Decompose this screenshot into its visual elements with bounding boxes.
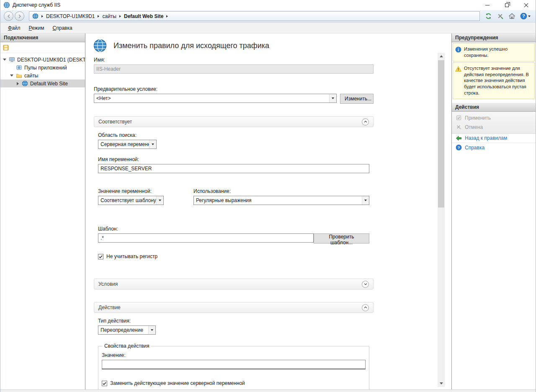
expander-collapse-icon[interactable] [10,74,14,77]
connections-toolbar [0,42,85,53]
section-conditions-header[interactable]: Условия [94,279,374,290]
stop-icon[interactable] [497,13,504,20]
menu-file[interactable]: Файл [4,24,25,32]
replace-value-checkbox[interactable] [102,381,107,386]
menu-view[interactable]: Режим [25,24,49,32]
back-to-rules-link[interactable]: Назад к правилам [452,134,536,143]
tree-item-label: Пулы приложений [24,65,67,71]
forward-button[interactable] [15,11,24,21]
collapse-up-icon[interactable] [362,304,369,311]
usage-value: Регулярные выражения [194,196,362,205]
breadcrumb[interactable]: DESKTOP-U1MK9D1 сайты Default Web Site [29,11,480,21]
page-header: Изменить правило для исходящего трафика [93,38,374,53]
folder-icon [16,72,22,79]
menu-help[interactable]: Справка [49,24,77,32]
section-match-title: Соответствует [98,119,362,125]
chevron-down-icon [362,196,369,205]
scope-select[interactable]: Серверная переменн [98,140,157,149]
expander-expand-icon[interactable] [15,82,20,85]
expander-collapse-icon[interactable] [3,59,7,61]
forward-arrow-icon [17,14,22,19]
tree-item-label: DESKTOP-U1MK9D1 (DESKTO [17,57,85,63]
pattern-input[interactable] [98,233,314,243]
variable-value-select[interactable]: Соответствует шаблону [98,196,164,205]
collapse-up-icon[interactable] [362,118,369,126]
tree-item-app-pools[interactable]: Пулы приложений [0,64,85,72]
pattern-label: Шаблон: [98,226,369,232]
ignore-case-label: Не учитывать регистр [106,254,157,259]
action-value-input[interactable] [102,360,366,369]
cancel-icon [456,124,462,130]
rule-name-input[interactable] [94,64,374,74]
section-action-header[interactable]: Действие [94,302,374,313]
variable-value-label: Значение переменной: [98,188,193,194]
save-connections-icon[interactable] [3,44,9,51]
window-title: Диспетчер служб IIS [13,2,60,8]
action-type-select[interactable]: Переопределение [98,325,156,335]
check-icon [102,381,107,386]
close-button[interactable] [516,0,536,10]
action-type-value: Переопределение [98,326,148,334]
help-icon: ? [520,13,527,20]
back-green-arrow-icon [456,135,462,141]
breadcrumb-separator-icon [98,15,99,18]
close-icon [524,3,528,8]
cancel-button: Отмена [452,123,536,132]
address-bar: DESKTOP-U1MK9D1 сайты Default Web Site [0,10,536,23]
tree-item-default-web-site[interactable]: Default Web Site [0,79,85,87]
vertical-scrollbar[interactable] [438,53,445,387]
test-pattern-button[interactable]: Проверить шаблон... [314,233,369,243]
back-arrow-icon [6,14,11,19]
home-icon[interactable] [508,13,515,20]
usage-select[interactable]: Регулярные выражения [193,196,369,205]
tree-item-label: Default Web Site [30,81,68,87]
variable-value: Соответствует шаблону [98,196,156,205]
scrollbar-thumb[interactable] [438,60,444,208]
chevron-down-icon [528,15,531,17]
help-menu-button[interactable]: ? [520,13,531,20]
action-type-label: Тип действия: [98,318,369,324]
section-match-header[interactable]: Соответствует [94,116,374,127]
back-button[interactable] [4,11,13,21]
section-conditions-title: Условия [98,281,362,287]
help-label: Справка [465,145,484,151]
section-match-body: Область поиска: Серверная переменн Имя п… [94,127,374,266]
chevron-down-icon [149,140,156,149]
breadcrumb-item-sites[interactable]: сайты [102,13,116,19]
window-bottom-frame [0,389,536,392]
refresh-icon[interactable] [485,13,492,20]
variable-name-input[interactable] [98,164,369,173]
action-value-label: Значение: [102,352,366,358]
help-icon: ? [456,144,462,151]
scroll-down-button[interactable] [438,380,445,387]
breadcrumb-separator-icon [119,15,121,18]
precondition-select[interactable]: <Нет> [94,94,337,103]
check-icon [98,254,103,259]
site-globe-icon [22,80,28,87]
section-action-title: Действие [98,305,362,310]
breadcrumb-item-default-web-site[interactable]: Default Web Site [124,13,163,19]
apply-icon [456,115,462,121]
ignore-case-checkbox[interactable] [98,254,103,259]
restore-button[interactable] [497,0,516,10]
precondition-label: Предварительное условие: [94,86,374,92]
chevron-down-icon [329,94,336,102]
help-link[interactable]: ? Справка [452,143,536,152]
minimize-button[interactable] [478,0,497,10]
tree-item-server[interactable]: DESKTOP-U1MK9D1 (DESKTO [0,56,85,64]
warning-alert-text: Отсутствует значение для действия переоп… [464,65,532,96]
apply-button: Применить [452,113,536,123]
menu-bar: Файл Режим Справка [0,23,536,33]
collapse-down-icon[interactable] [362,281,369,288]
scroll-down-icon [440,382,443,384]
scroll-up-button[interactable] [438,53,445,60]
scope-label: Область поиска: [98,132,369,138]
edit-precondition-button[interactable]: Изменить... [340,94,374,104]
info-alert: Изменения успешно сохранены. [453,43,535,61]
tree-item-sites[interactable]: сайты [0,72,85,79]
connections-header: Подключения [0,33,85,42]
app-pools-icon [16,64,22,71]
breadcrumb-item-server[interactable]: DESKTOP-U1MK9D1 [46,13,95,19]
variable-name-label: Имя переменной: [98,156,369,162]
right-panel: Предупреждения Изменения успешно сохране… [452,33,536,389]
